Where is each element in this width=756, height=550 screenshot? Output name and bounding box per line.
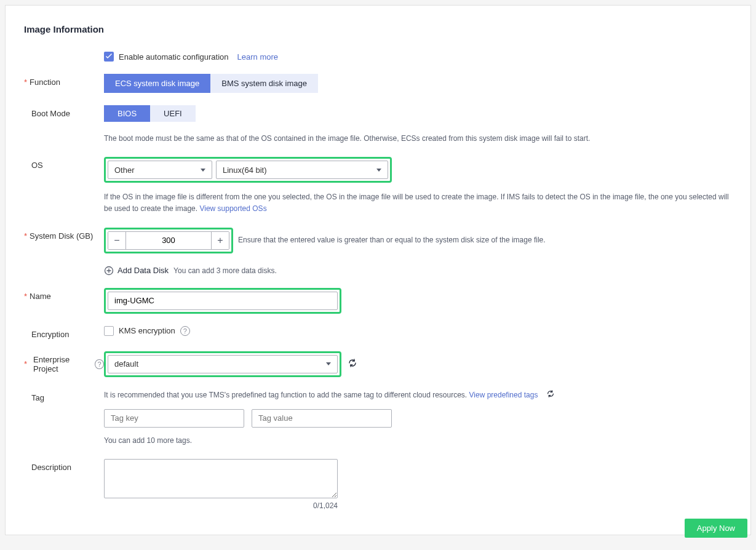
enterprise-project-select[interactable]: default [108,355,338,373]
boot-mode-segmented: BIOS UEFI [104,105,732,122]
function-label: Function [24,74,104,87]
check-icon [105,53,113,60]
name-label: Name [24,288,104,301]
caret-down-icon [376,169,381,172]
function-option-bms[interactable]: BMS system disk image [210,74,318,93]
tag-label: Tag [24,389,104,402]
description-textarea[interactable] [104,459,338,498]
refresh-icon [348,358,357,368]
plus-circle-icon [104,266,114,276]
os-type-select[interactable]: Other [108,161,212,179]
function-segmented: ECS system disk image BMS system disk im… [104,74,732,93]
section-title: Image Information [24,24,732,34]
tag-key-input[interactable] [104,409,244,428]
boot-mode-bios[interactable]: BIOS [104,105,150,122]
description-label: Description [24,459,104,472]
image-information-panel: Image Information Enable automatic confi… [5,5,751,535]
auto-config-label: Enable automatic configuration [119,52,229,62]
os-arch-select[interactable]: Linux(64 bit) [216,161,388,179]
enterprise-project-label: Enterprise Project ? [24,351,104,373]
os-arch-value: Linux(64 bit) [223,165,267,175]
description-char-count: 0/1,024 [104,501,338,510]
boot-mode-label: Boot Mode [24,105,104,118]
view-supported-oss-link[interactable]: View supported OSs [199,204,266,213]
auto-config-row: Enable automatic configuration Learn mor… [104,52,732,62]
view-predefined-tags-link[interactable]: View predefined tags [469,391,538,399]
encryption-label: Encryption [24,326,104,339]
name-highlight-box [104,288,341,314]
auto-config-checkbox[interactable] [104,52,114,62]
add-disk-help: You can add 3 more data disks. [173,266,277,275]
learn-more-link[interactable]: Learn more [237,52,278,62]
boot-mode-help: The boot mode must be the same as that o… [104,133,732,145]
system-disk-label: System Disk (GB) [24,228,104,241]
enterprise-project-highlight-box: default [104,351,341,377]
refresh-tags-button[interactable] [546,389,555,402]
tag-value-input[interactable] [252,409,392,428]
name-input[interactable] [108,292,338,310]
os-highlight-box: Other Linux(64 bit) [104,157,392,183]
os-label: OS [24,157,104,170]
kms-encryption-checkbox[interactable] [104,326,114,336]
refresh-button[interactable] [348,358,357,370]
stepper-minus-button[interactable]: − [108,232,125,249]
stepper-plus-button[interactable]: + [212,232,229,249]
enterprise-project-value: default [114,359,138,369]
system-disk-input[interactable] [125,232,212,249]
caret-down-icon [201,169,205,172]
kms-encryption-label: KMS encryption [119,326,175,335]
system-disk-highlight-box: − + [104,228,233,253]
bottom-bar: Apply Now [9,511,747,540]
function-option-ecs[interactable]: ECS system disk image [104,74,210,93]
help-icon[interactable]: ? [180,326,190,336]
os-type-value: Other [114,165,135,175]
help-icon[interactable]: ? [95,359,104,369]
add-data-disk-button[interactable]: Add Data Disk [104,266,169,276]
os-help: If the OS in the image file is different… [104,191,732,215]
refresh-icon [546,389,555,398]
caret-down-icon [326,362,331,365]
apply-now-button[interactable]: Apply Now [685,519,747,538]
tag-add-help: You can add 10 more tags. [104,435,732,447]
system-disk-help: Ensure that the entered value is greater… [238,234,546,246]
system-disk-stepper: − + [108,231,229,250]
boot-mode-uefi[interactable]: UEFI [150,105,196,122]
